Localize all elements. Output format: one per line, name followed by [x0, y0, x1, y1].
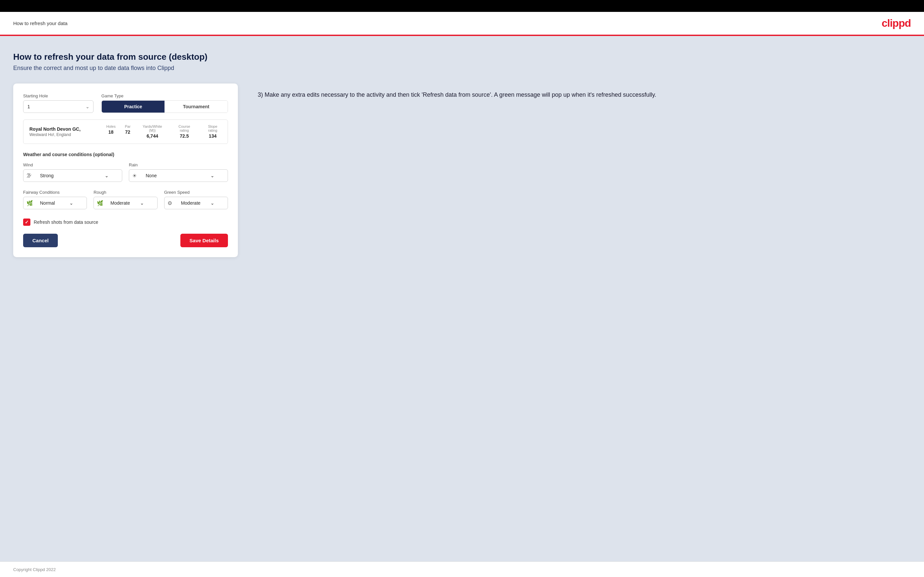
header: How to refresh your data clippd	[0, 12, 924, 35]
stat-par: Par 72	[125, 124, 131, 139]
conditions-grid-top: Wind 🌫 Strong ⌄ Rain ☀ N	[23, 163, 228, 182]
page-title: How to refresh your data from source (de…	[13, 52, 911, 62]
green-speed-arrow-icon: ⌄	[210, 200, 216, 206]
stat-course-rating: Course rating 72.5	[174, 124, 194, 139]
green-speed-value: Moderate	[176, 200, 200, 206]
rain-select-wrapper: ☀ None ⌄	[129, 169, 228, 182]
course-rating-label: Course rating	[174, 124, 194, 132]
green-speed-select-wrapper: ⚙ Moderate ⌄	[164, 197, 228, 209]
header-title: How to refresh your data	[13, 21, 68, 26]
fairway-icon: 🌿	[26, 200, 33, 206]
wind-select-wrapper: 🌫 Strong ⌄	[23, 169, 122, 182]
starting-hole-select[interactable]: 1	[23, 100, 94, 113]
green-speed-select[interactable]: Moderate ⌄	[164, 197, 228, 209]
fairway-value: Normal	[36, 200, 55, 206]
starting-hole-group: Starting Hole 1 ⌄	[23, 93, 94, 113]
slope-rating-label: Slope rating	[204, 124, 222, 132]
rough-label: Rough	[94, 190, 157, 195]
slope-rating-value: 134	[209, 133, 216, 139]
course-name: Royal North Devon GC,	[29, 126, 107, 132]
rain-value: None	[141, 173, 157, 178]
description-panel: 3) Make any extra edits necessary to the…	[258, 84, 911, 100]
yards-value: 6,744	[147, 133, 158, 139]
rain-group: Rain ☀ None ⌄	[129, 163, 228, 182]
footer: Copyright Clippd 2022	[0, 561, 924, 577]
tournament-button[interactable]: Tournament	[165, 101, 228, 113]
rain-label: Rain	[129, 163, 228, 168]
holes-label: Holes	[107, 124, 116, 128]
course-location: Westward Ho!, England	[29, 132, 107, 137]
checkmark-icon: ✓	[25, 219, 29, 225]
course-info-box: Royal North Devon GC, Westward Ho!, Engl…	[23, 119, 228, 144]
rough-icon: 🌿	[97, 200, 103, 206]
cancel-button[interactable]: Cancel	[23, 234, 58, 247]
starting-hole-select-wrapper: 1 ⌄	[23, 100, 94, 113]
page-subtitle: Ensure the correct and most up to date d…	[13, 65, 911, 72]
form-card: Starting Hole 1 ⌄ Game Type Practice Tou…	[13, 84, 238, 257]
logo: clippd	[882, 17, 911, 29]
course-rating-value: 72.5	[180, 133, 189, 139]
refresh-checkbox-label: Refresh shots from data source	[34, 219, 98, 225]
conditions-grid-bottom: Fairway Conditions 🌿 Normal ⌄ Rough 🌿	[23, 190, 228, 209]
game-type-label: Game Type	[102, 93, 228, 98]
fairway-group: Fairway Conditions 🌿 Normal ⌄	[23, 190, 87, 209]
yards-label: Yards/White (M))	[140, 124, 165, 132]
stat-holes: Holes 18	[107, 124, 116, 139]
refresh-checkbox[interactable]: ✓	[23, 219, 31, 226]
footer-copyright: Copyright Clippd 2022	[13, 567, 56, 572]
fairway-label: Fairway Conditions	[23, 190, 87, 195]
form-row-top: Starting Hole 1 ⌄ Game Type Practice Tou…	[23, 93, 228, 113]
fairway-arrow-icon: ⌄	[69, 200, 75, 206]
stat-slope-rating: Slope rating 134	[204, 124, 222, 139]
rough-group: Rough 🌿 Moderate ⌄	[94, 190, 157, 209]
game-type-buttons: Practice Tournament	[102, 100, 228, 113]
holes-value: 18	[108, 129, 114, 135]
wind-icon: 🌫	[26, 172, 32, 179]
wind-select[interactable]: Strong ⌄	[23, 169, 122, 182]
wind-value: Strong	[36, 173, 53, 178]
wind-group: Wind 🌫 Strong ⌄	[23, 163, 122, 182]
par-value: 72	[125, 129, 131, 135]
weather-section-title: Weather and course conditions (optional)	[23, 152, 228, 157]
green-speed-label: Green Speed	[164, 190, 228, 195]
stat-yards: Yards/White (M)) 6,744	[140, 124, 165, 139]
starting-hole-label: Starting Hole	[23, 93, 94, 98]
btn-row: Cancel Save Details	[23, 234, 228, 247]
rain-select[interactable]: None ⌄	[129, 169, 228, 182]
practice-button[interactable]: Practice	[102, 101, 165, 113]
green-speed-icon: ⚙	[168, 200, 172, 206]
content-row: Starting Hole 1 ⌄ Game Type Practice Tou…	[13, 84, 911, 257]
wind-arrow-icon: ⌄	[105, 173, 110, 178]
rain-arrow-icon: ⌄	[210, 173, 216, 178]
top-bar	[0, 0, 924, 12]
rough-arrow-icon: ⌄	[140, 200, 145, 206]
course-name-area: Royal North Devon GC, Westward Ho!, Engl…	[29, 126, 107, 137]
rough-value: Moderate	[106, 200, 130, 206]
save-button[interactable]: Save Details	[180, 234, 228, 247]
main-content: How to refresh your data from source (de…	[0, 36, 924, 561]
description-text: 3) Make any extra edits necessary to the…	[258, 90, 911, 100]
wind-label: Wind	[23, 163, 122, 168]
refresh-checkbox-row: ✓ Refresh shots from data source	[23, 219, 228, 226]
rain-icon: ☀	[132, 172, 137, 179]
green-speed-group: Green Speed ⚙ Moderate ⌄	[164, 190, 228, 209]
game-type-group: Game Type Practice Tournament	[102, 93, 228, 113]
rough-select-wrapper: 🌿 Moderate ⌄	[94, 197, 157, 209]
fairway-select-wrapper: 🌿 Normal ⌄	[23, 197, 87, 209]
course-stats: Holes 18 Par 72 Yards/White (M)) 6,744 C…	[107, 124, 222, 139]
par-label: Par	[125, 124, 131, 128]
